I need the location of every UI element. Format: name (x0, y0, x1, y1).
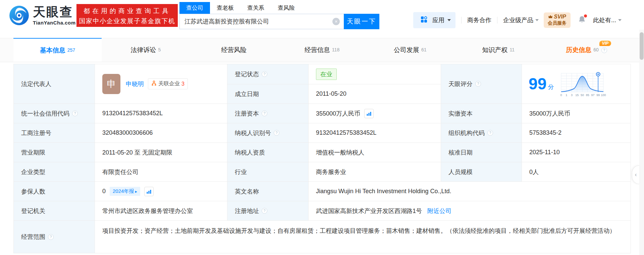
term-label: 营业期限 (14, 143, 95, 162)
address-label: 注册地址 (227, 201, 309, 221)
svip-member-button[interactable]: SVIP 会员服务 (544, 12, 571, 28)
top-header: 天眼查 TianYanCha.com 都在用的商业查询工具 国家中小企业发展子基… (0, 0, 644, 32)
svg-text:99: 99 (597, 93, 600, 97)
industry-label: 行业 (227, 162, 309, 182)
svg-text:3: 3 (571, 93, 573, 97)
search-tab-company[interactable]: 查公司 (179, 2, 210, 14)
paid-capital-label: 实缴资本 (441, 104, 522, 123)
score-unit: 分 (548, 83, 554, 91)
slogan-line2: 国家中小企业发展子基金旗下机构 (76, 17, 178, 34)
help-icon[interactable] (601, 47, 607, 53)
tab-company-development[interactable]: 公司发展 61 (366, 38, 454, 62)
help-icon[interactable] (262, 71, 267, 77)
help-icon[interactable] (487, 130, 493, 136)
approval-date-label: 核准日期 (441, 143, 522, 162)
chevron-down-icon (447, 19, 451, 21)
score-value: 99 (529, 76, 546, 92)
annual-report-badge[interactable]: 2024年报 (110, 187, 140, 196)
slogan-line1: 都在用的商业查询工具 (76, 7, 178, 15)
business-cooperation-link[interactable]: 商务合作 (467, 16, 491, 24)
search-tab-relation[interactable]: 查关系 (240, 2, 271, 14)
capital-trend-button[interactable] (364, 109, 374, 118)
score-cell[interactable]: 99 分 (522, 64, 631, 104)
help-icon[interactable] (475, 81, 481, 87)
related-companies-count: 3 (181, 81, 184, 87)
svg-text:97: 97 (591, 93, 595, 97)
en-name-label: 英文名称 (227, 182, 309, 201)
svg-text:100: 100 (601, 93, 606, 97)
tab-intellectual-property[interactable]: 知识产权 11 (454, 38, 542, 62)
tianyancha-logo[interactable]: 天眼查 TianYanCha.com (9, 5, 76, 27)
search-button[interactable]: 天眼一下 (344, 14, 379, 29)
related-companies-badge[interactable]: 关联企业 3 (148, 78, 188, 89)
notification-bell-icon[interactable] (578, 15, 586, 25)
search-input[interactable] (179, 14, 344, 29)
est-date-value: 2011-05-20 (309, 84, 441, 104)
svg-text:15: 15 (576, 93, 579, 97)
apps-label: 应用 (432, 16, 444, 24)
tab-basic-info[interactable]: 基本信息 257 (13, 38, 102, 62)
apps-grid-icon (421, 16, 427, 25)
slogan-banner: 都在用的商业查询工具 国家中小企业发展子基金旗下机构 (76, 4, 178, 27)
crown-icon (548, 14, 553, 20)
avatar[interactable]: 申 (102, 74, 120, 94)
address-cell: 武进国家高新技术产业开发区西湖路1号 附近公司 (309, 201, 631, 221)
tab-history-info[interactable]: VIP 历史信息 60 (542, 38, 631, 62)
section-tabbar: 基本信息 257 法律诉讼 5 经营风险 经营信息 118 公司发展 61 知识… (0, 38, 644, 62)
help-icon[interactable] (72, 111, 78, 116)
svg-text:1: 1 (566, 93, 568, 97)
collapse-panel-handle[interactable] (632, 165, 639, 184)
staff-size-label: 人员规模 (441, 162, 522, 182)
search-tab-risk[interactable]: 查风险 (271, 2, 302, 14)
reg-status-cell: 在业 (309, 64, 441, 84)
tianyancha-company-page: 天眼查 TianYanCha.com 都在用的商业查询工具 国家中小企业发展子基… (0, 0, 644, 255)
search-tabs: 查公司 查老板 查关系 查风险 (179, 2, 379, 14)
industry-value: 商务服务业 (309, 162, 441, 182)
search-area: 查公司 查老板 查关系 查风险 天眼一下 (179, 2, 379, 29)
help-icon[interactable] (262, 111, 267, 116)
tab-business-info[interactable]: 经营信息 118 (278, 38, 366, 62)
staff-size-value: 0人 (522, 162, 631, 182)
help-icon[interactable] (262, 208, 267, 214)
legal-rep-name-link[interactable]: 申晓明 (126, 80, 144, 88)
company-type-label: 企业类型 (14, 162, 95, 182)
help-icon[interactable] (48, 234, 54, 240)
logo-title: 天眼查 (33, 5, 76, 19)
chevron-down-icon (535, 19, 539, 21)
reg-capital-cell: 355000万人民币 (309, 104, 441, 123)
taxpayer-id-label: 纳税人识别号 (227, 123, 309, 143)
header-nav: 应用 商务合作 企业级产品 SVIP 会员服务 (413, 12, 622, 28)
svg-text:50: 50 (581, 93, 584, 97)
logo-domain: TianYanCha.com (33, 20, 76, 26)
nearby-companies-link[interactable]: 附近公司 (427, 207, 451, 215)
basic-info-table: 法定代表人 申 申晓明 关联企业 3 登记状态 (13, 64, 631, 253)
status-badge: 在业 (316, 69, 337, 80)
clear-search-icon[interactable] (332, 18, 340, 25)
uscc-label: 统一社会信用代码 (14, 104, 95, 123)
vip-badge: VIP (599, 41, 611, 46)
scope-label: 经营范围 (14, 221, 95, 253)
search-box: 天眼一下 (179, 14, 379, 29)
uscc-value: 91320412575383452L (95, 104, 227, 123)
enterprise-products-menu[interactable]: 企业级产品 (503, 16, 539, 24)
help-icon[interactable] (274, 130, 279, 136)
paid-capital-value: 35000万人民币 (522, 104, 631, 123)
est-date-label: 成立日期 (227, 84, 309, 104)
tab-legal-proceedings[interactable]: 法律诉讼 5 (102, 38, 190, 62)
org-code-label: 组织机构代码 (441, 123, 522, 143)
tab-operating-risk[interactable]: 经营风险 (190, 38, 278, 62)
divider (461, 17, 462, 24)
notification-dot (584, 14, 587, 17)
divider (497, 17, 497, 24)
taxpayer-id-value: 91320412575383452L (309, 123, 441, 143)
scrollbar-thumb[interactable] (640, 32, 644, 60)
user-account-menu[interactable]: 此处有... (593, 16, 622, 24)
reg-no-label: 工商注册号 (14, 123, 95, 143)
term-value: 2011-05-20 至 无固定期限 (95, 143, 227, 162)
insured-trend-button[interactable] (144, 187, 154, 196)
score-label: 天眼评分 (441, 64, 522, 104)
insured-label: 参保人数 (14, 182, 95, 201)
apps-menu[interactable]: 应用 (413, 12, 455, 28)
vertical-scrollbar[interactable] (639, 30, 644, 255)
search-tab-boss[interactable]: 查老板 (210, 2, 240, 14)
